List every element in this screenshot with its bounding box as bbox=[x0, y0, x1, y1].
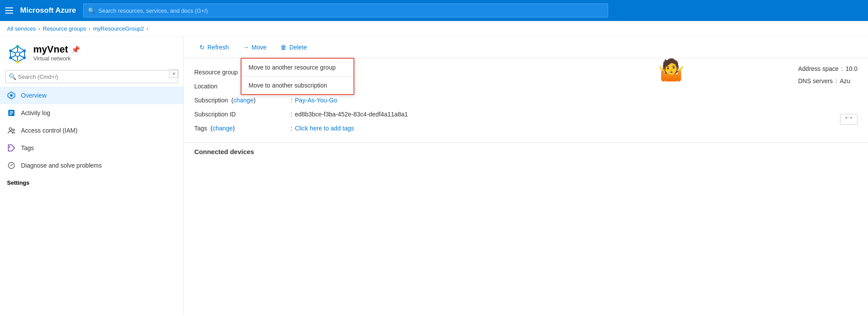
svg-point-9 bbox=[23, 49, 26, 52]
nav-item-activity-log-label: Activity log bbox=[21, 109, 50, 116]
resource-icon bbox=[7, 44, 28, 65]
delete-label: Delete bbox=[289, 44, 307, 51]
main-content: ↻ Refresh → Move 🗑 Delete Move to anothe… bbox=[184, 37, 868, 315]
resource-name-container: myVnet 📌 bbox=[33, 44, 80, 55]
subscription-id-text: ed8b3bce-f3ba-452e-83c4-dedf4a11a8a1 bbox=[295, 111, 408, 118]
breadcrumb-separator-2: › bbox=[89, 26, 91, 32]
move-label: Move bbox=[252, 44, 266, 51]
refresh-button[interactable]: ↻ Refresh bbox=[194, 41, 234, 53]
nav-item-activity-log[interactable]: Activity log bbox=[0, 104, 183, 122]
subscription-label: Subscription (change) bbox=[194, 93, 290, 107]
svg-point-21 bbox=[13, 129, 14, 131]
subscription-value: : Pay-As-You-Go bbox=[290, 93, 858, 107]
breadcrumb-resource-groups[interactable]: Resource groups bbox=[43, 25, 86, 32]
nav-item-tags-label: Tags bbox=[21, 144, 34, 151]
move-button[interactable]: → Move bbox=[238, 41, 272, 53]
tags-icon bbox=[7, 144, 16, 152]
address-space-label: Address space bbox=[798, 65, 839, 72]
nav-item-tags[interactable]: Tags bbox=[0, 139, 183, 157]
svg-point-11 bbox=[16, 61, 19, 63]
dns-servers-row: DNS servers : Azu bbox=[798, 77, 858, 84]
address-space-row: Address space : 10.0 bbox=[798, 65, 858, 72]
address-space-value: 10.0 bbox=[846, 65, 858, 72]
svg-point-10 bbox=[23, 56, 26, 59]
subscription-change-link[interactable]: change bbox=[234, 97, 254, 104]
subscription-id-value: : ed8b3bce-f3ba-452e-83c4-dedf4a11a8a1 bbox=[290, 107, 858, 121]
move-icon: → bbox=[243, 44, 249, 51]
svg-line-25 bbox=[11, 164, 13, 165]
diagnose-icon bbox=[7, 161, 16, 170]
location-value: : bbox=[290, 79, 858, 93]
overview-icon bbox=[7, 91, 16, 100]
breadcrumb-all-services[interactable]: All services bbox=[7, 25, 36, 32]
nav-item-iam-label: Access control (IAM) bbox=[21, 127, 77, 134]
activity-log-icon bbox=[7, 109, 16, 117]
iam-icon bbox=[7, 126, 16, 135]
subscription-id-label: Subscription ID bbox=[194, 107, 290, 121]
svg-point-13 bbox=[9, 49, 12, 52]
svg-point-20 bbox=[9, 128, 12, 130]
refresh-icon: ↻ bbox=[200, 44, 205, 51]
brand-name: Microsoft Azure bbox=[20, 6, 76, 15]
dns-servers-label: DNS servers bbox=[798, 77, 833, 84]
sidebar-search-icon: 🔍 bbox=[9, 73, 16, 80]
search-icon: 🔍 bbox=[88, 7, 95, 14]
svg-point-22 bbox=[9, 147, 10, 148]
breadcrumb: All services › Resource groups › myResou… bbox=[0, 21, 868, 37]
tags-change-link[interactable]: change bbox=[213, 125, 233, 132]
vnet-svg-icon bbox=[8, 45, 27, 64]
resource-title-block: myVnet 📌 Virtual network bbox=[33, 44, 80, 62]
svg-point-12 bbox=[9, 56, 12, 59]
svg-point-15 bbox=[10, 94, 13, 97]
nav-item-iam[interactable]: Access control (IAM) bbox=[0, 122, 183, 139]
sidebar-search-input[interactable] bbox=[5, 70, 178, 83]
svg-point-1 bbox=[15, 52, 20, 56]
nav-item-overview-label: Overview bbox=[21, 92, 46, 99]
sidebar-search-container: 🔍 « bbox=[5, 70, 178, 83]
move-to-subscription-option[interactable]: Move to another subscription bbox=[242, 77, 354, 94]
collapse-details-button[interactable]: ⌃⌃ bbox=[840, 114, 858, 125]
tags-add-link[interactable]: Click here to add tags bbox=[295, 125, 354, 132]
top-navigation-bar: Microsoft Azure 🔍 Search resources, serv… bbox=[0, 0, 868, 21]
sidebar: myVnet 📌 Virtual network 🔍 « Ove bbox=[0, 37, 184, 315]
search-placeholder-text: Search resources, services, and docs (G+… bbox=[98, 7, 208, 14]
settings-section-header: Settings bbox=[0, 174, 183, 188]
delete-icon: 🗑 bbox=[280, 44, 287, 51]
toolbar: ↻ Refresh → Move 🗑 Delete Move to anothe… bbox=[184, 37, 868, 58]
nav-item-diagnose[interactable]: Diagnose and solve problems bbox=[0, 157, 183, 174]
dns-servers-value: Azu bbox=[840, 77, 850, 84]
resource-name-text: myVnet bbox=[33, 44, 68, 55]
refresh-label: Refresh bbox=[207, 44, 229, 51]
svg-point-8 bbox=[16, 45, 19, 48]
connected-devices-label: Connected devices bbox=[194, 148, 254, 155]
pin-icon[interactable]: 📌 bbox=[71, 46, 80, 54]
move-dropdown-menu: Move to another resource group Move to a… bbox=[241, 58, 354, 95]
breadcrumb-my-resource-group2[interactable]: myResourceGroup2 bbox=[93, 25, 144, 32]
move-to-resource-group-option[interactable]: Move to another resource group bbox=[242, 59, 354, 76]
nav-item-diagnose-label: Diagnose and solve problems bbox=[21, 162, 102, 169]
nav-item-overview[interactable]: Overview bbox=[0, 87, 183, 104]
resource-header: myVnet 📌 Virtual network bbox=[0, 37, 183, 70]
global-search-bar[interactable]: 🔍 Search resources, services, and docs (… bbox=[83, 4, 608, 18]
delete-button[interactable]: 🗑 Delete bbox=[275, 41, 312, 53]
resource-type-text: Virtual network bbox=[33, 55, 80, 62]
tags-label: Tags (change) bbox=[194, 121, 290, 135]
sidebar-collapse-button[interactable]: « bbox=[169, 69, 178, 78]
breadcrumb-separator-3: › bbox=[147, 26, 148, 32]
subscription-value-link[interactable]: Pay-As-You-Go bbox=[295, 97, 337, 104]
nav-items-list: Overview Activity log bbox=[0, 87, 183, 315]
breadcrumb-separator-1: › bbox=[38, 26, 40, 32]
resource-group-value: : bbox=[290, 65, 858, 79]
tags-value: : Click here to add tags bbox=[290, 121, 858, 135]
right-info-panel: Address space : 10.0 DNS servers : Azu bbox=[798, 65, 868, 90]
connected-devices-header: Connected devices bbox=[184, 142, 868, 161]
hamburger-menu-icon[interactable] bbox=[5, 7, 13, 14]
